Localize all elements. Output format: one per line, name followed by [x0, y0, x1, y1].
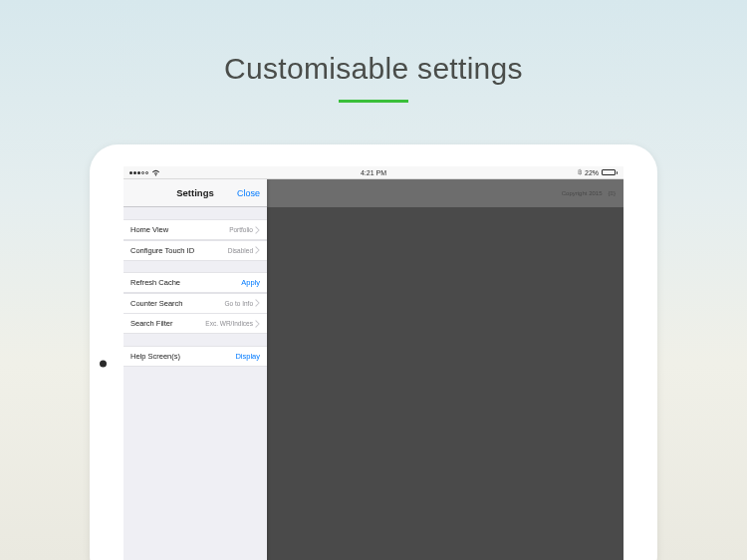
- panel-title: Settings: [176, 187, 213, 198]
- settings-group: Home ViewPortfolioConfigure Touch IDDisa…: [124, 219, 267, 261]
- chevron-right-icon: [255, 299, 260, 307]
- page-title: Customisable settings: [0, 0, 747, 86]
- row-label: Configure Touch ID: [130, 246, 194, 255]
- chevron-right-icon: [255, 226, 260, 234]
- signal-dots-icon: [129, 171, 148, 174]
- tablet-frame: 4:21 PM ฿ 22% Copyright 2015 {≡} Setting…: [90, 144, 657, 560]
- row-label: Home View: [130, 225, 168, 234]
- settings-panel: Settings Close Home ViewPortfolioConfigu…: [124, 179, 267, 560]
- tablet-screen: 4:21 PM ฿ 22% Copyright 2015 {≡} Setting…: [124, 166, 623, 560]
- battery-percentage: 22%: [585, 169, 599, 176]
- status-right: ฿ 22%: [578, 168, 618, 176]
- settings-group: Refresh CacheApplyCounter SearchGo to In…: [124, 272, 267, 334]
- settings-row[interactable]: Search FilterExc. WR/Indices: [124, 313, 267, 334]
- settings-group: Help Screen(s)Display: [124, 346, 267, 367]
- status-left: [129, 169, 160, 176]
- settings-row[interactable]: Configure Touch IDDisabled: [124, 240, 267, 261]
- row-action[interactable]: Apply: [241, 278, 260, 287]
- row-label: Search Filter: [130, 319, 173, 328]
- panel-header: Settings Close: [124, 179, 267, 207]
- status-bar: 4:21 PM ฿ 22%: [124, 166, 623, 179]
- home-button[interactable]: [100, 361, 107, 368]
- settings-row[interactable]: Home ViewPortfolio: [124, 219, 267, 240]
- row-value: Disabled: [228, 246, 260, 254]
- wifi-icon: [151, 169, 160, 176]
- menu-icon: {≡}: [608, 190, 616, 196]
- row-action[interactable]: Display: [235, 352, 260, 361]
- row-label: Counter Search: [130, 299, 183, 308]
- row-value: Portfolio: [229, 226, 260, 234]
- content-area: Copyright 2015 {≡} Settings Close Home V…: [124, 179, 623, 560]
- close-button[interactable]: Close: [237, 179, 260, 206]
- row-label: Refresh Cache: [130, 278, 180, 287]
- battery-icon: [602, 169, 618, 175]
- chevron-right-icon: [255, 320, 260, 328]
- status-time: 4:21 PM: [361, 169, 386, 176]
- chevron-right-icon: [255, 246, 260, 254]
- copyright-text: Copyright 2015: [562, 190, 603, 196]
- settings-row[interactable]: Help Screen(s)Display: [124, 346, 267, 367]
- row-label: Help Screen(s): [130, 352, 180, 361]
- bluetooth-icon: ฿: [578, 168, 582, 176]
- settings-row[interactable]: Refresh CacheApply: [124, 272, 267, 293]
- settings-row[interactable]: Counter SearchGo to Info: [124, 293, 267, 314]
- title-underline: [339, 100, 408, 103]
- row-value: Go to Info: [224, 299, 260, 307]
- panel-body: Home ViewPortfolioConfigure Touch IDDisa…: [124, 219, 267, 367]
- row-value: Exc. WR/Indices: [205, 320, 260, 328]
